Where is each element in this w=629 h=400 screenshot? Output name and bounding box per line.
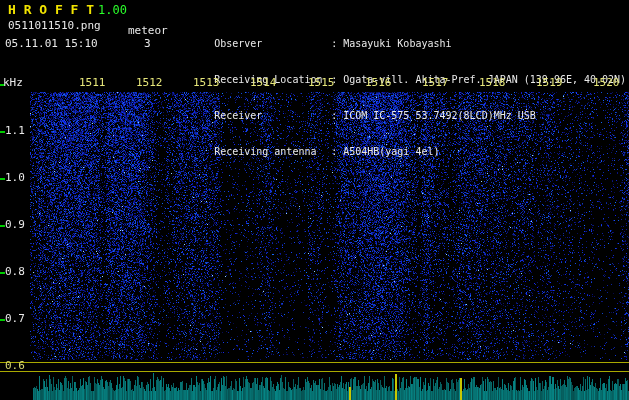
x-tick-label: 1519 [536,77,563,88]
y-tick-label: 0.8 [5,266,25,277]
info-value: : Masayuki Kobayashi [331,38,451,49]
y-axis-unit: kHz [3,77,23,88]
app-version: 1.00 [98,4,127,16]
output-filename: 0511011510.png [8,20,101,31]
info-row-observer: Observer: Masayuki Kobayashi [178,26,626,38]
info-value: : ICOM IC-575 53.7492(8LCD)MHz USB [331,110,536,121]
info-label: Observer [214,38,331,50]
mode-label: meteor [128,25,168,36]
x-tick-label: 1517 [422,77,449,88]
echo-count: 3 [144,38,151,49]
x-tick-label: 1512 [136,77,163,88]
hrofft-window: H R O F F T 1.00 0511011510.png meteor 0… [0,0,629,400]
info-row-location: Receiving Location: Ogata-vill. Akita-Pr… [178,62,626,74]
info-label: Receiving antenna [214,146,331,158]
x-tick-label: 1516 [365,77,392,88]
x-tick-label: 1515 [308,77,335,88]
x-tick-label: 1511 [79,77,106,88]
y-tick-label: 0.9 [5,219,25,230]
app-title: H R O F F T [8,3,94,16]
y-tick-label: 0.6 [5,360,25,371]
info-row-antenna: Receiving antenna: A504HB(yagi 4el) [178,134,626,146]
y-tick-label: 1.0 [5,172,25,183]
info-value: : A504HB(yagi 4el) [331,146,439,157]
datetime-label: 05.11.01 15:10 [5,38,98,49]
x-tick-label: 1520 [593,77,620,88]
x-tick-label: 1513 [193,77,220,88]
info-row-receiver: Receiver: ICOM IC-575 53.7492(8LCD)MHz U… [178,98,626,110]
y-tick-label: 1.1 [5,125,25,136]
info-label: Receiver [214,110,331,122]
x-tick-label: 1514 [250,77,277,88]
x-tick-label: 1518 [479,77,506,88]
y-tick-label: 0.7 [5,313,25,324]
